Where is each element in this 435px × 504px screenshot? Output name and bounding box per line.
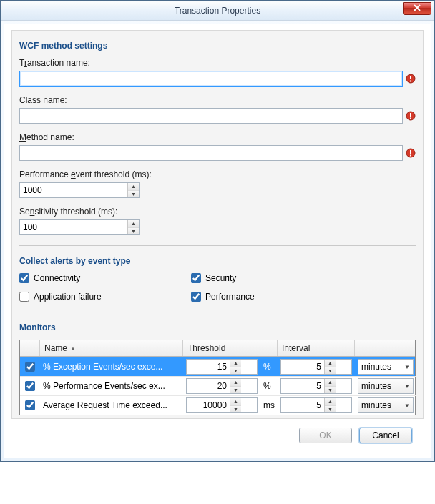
row-interval-unit-combo[interactable]: minutes▼ bbox=[358, 359, 414, 375]
row-interval-unit-combo[interactable]: minutes▼ bbox=[358, 378, 414, 394]
row-check-input[interactable] bbox=[25, 362, 35, 372]
spin-down-icon[interactable]: ▼ bbox=[128, 228, 139, 235]
row-interval-input[interactable] bbox=[281, 398, 324, 412]
row-interval-spinner[interactable]: ▲▼ bbox=[280, 359, 352, 375]
col-interval-unit bbox=[355, 340, 416, 356]
transaction-name-label: Transaction name: bbox=[19, 58, 416, 68]
spin-down-icon[interactable]: ▼ bbox=[230, 367, 241, 375]
row-threshold-spinner[interactable]: ▲▼ bbox=[186, 378, 258, 394]
method-name-input[interactable] bbox=[19, 145, 403, 161]
spin-down-icon[interactable]: ▼ bbox=[128, 191, 139, 198]
error-icon bbox=[406, 74, 416, 84]
spin-down-icon[interactable]: ▼ bbox=[230, 387, 241, 394]
table-row[interactable]: % Performance Events/sec ex...▲▼%▲▼minut… bbox=[20, 376, 415, 395]
spin-up-icon[interactable]: ▲ bbox=[128, 220, 139, 228]
perf-threshold-label: Performance event threshold (ms): bbox=[19, 169, 416, 179]
spin-down-icon[interactable]: ▼ bbox=[325, 406, 336, 413]
spin-up-icon[interactable]: ▲ bbox=[128, 183, 139, 191]
form-panel: WCF method settings Transaction name: Cl… bbox=[11, 30, 424, 419]
security-check-input[interactable] bbox=[191, 273, 201, 283]
row-threshold-unit: % bbox=[260, 357, 278, 376]
row-check-input[interactable] bbox=[25, 381, 35, 391]
row-interval-unit-cell: minutes▼ bbox=[355, 357, 416, 376]
col-threshold[interactable]: Threshold bbox=[183, 340, 260, 356]
spin-down-icon[interactable]: ▼ bbox=[325, 387, 336, 394]
dialog-buttons: OK Cancel bbox=[11, 419, 424, 450]
class-name-input[interactable] bbox=[19, 108, 403, 124]
row-interval-unit-cell: minutes▼ bbox=[355, 395, 416, 415]
performance-check-input[interactable] bbox=[191, 292, 201, 302]
monitors-header-row: Name▲ Threshold Interval bbox=[20, 340, 415, 357]
table-row[interactable]: % Exception Events/sec exce...▲▼%▲▼minut… bbox=[20, 357, 415, 376]
app-failure-checkbox[interactable]: Application failure bbox=[19, 292, 191, 302]
row-check-input[interactable] bbox=[25, 400, 35, 410]
spinner-buttons[interactable]: ▲▼ bbox=[324, 379, 336, 393]
ok-button[interactable]: OK bbox=[299, 428, 352, 443]
security-checkbox[interactable]: Security bbox=[191, 273, 416, 283]
col-name[interactable]: Name▲ bbox=[40, 340, 183, 356]
row-interval-input[interactable] bbox=[281, 360, 324, 374]
sens-threshold-input[interactable] bbox=[20, 220, 127, 234]
spin-up-icon[interactable]: ▲ bbox=[325, 360, 336, 367]
row-check-cell[interactable] bbox=[20, 357, 40, 376]
connectivity-check-input[interactable] bbox=[19, 273, 29, 283]
section-alerts-title: Collect alerts by event type bbox=[19, 256, 416, 266]
close-button[interactable] bbox=[403, 2, 431, 15]
row-threshold-unit: ms bbox=[260, 395, 278, 415]
titlebar: Transaction Properties bbox=[1, 1, 434, 21]
spinner-buttons[interactable]: ▲▼ bbox=[230, 360, 241, 374]
cancel-button[interactable]: Cancel bbox=[359, 428, 412, 443]
row-threshold-cell: ▲▼ bbox=[183, 395, 260, 415]
svg-rect-2 bbox=[410, 81, 411, 82]
row-check-cell[interactable] bbox=[20, 376, 40, 395]
col-interval[interactable]: Interval bbox=[278, 340, 355, 356]
row-threshold-input[interactable] bbox=[187, 398, 230, 412]
alerts-grid: Connectivity Security Application failur… bbox=[19, 273, 416, 302]
spinner-buttons[interactable]: ▲▼ bbox=[127, 183, 139, 197]
perf-threshold-input[interactable] bbox=[20, 183, 127, 197]
col-check[interactable] bbox=[20, 340, 40, 356]
spinner-buttons[interactable]: ▲▼ bbox=[324, 398, 336, 412]
row-check-cell[interactable] bbox=[20, 395, 40, 415]
connectivity-checkbox[interactable]: Connectivity bbox=[19, 273, 191, 283]
sens-threshold-spinner[interactable]: ▲▼ bbox=[19, 219, 140, 235]
sens-threshold-label: Sensitivity threshold (ms): bbox=[19, 207, 416, 217]
chevron-down-icon: ▼ bbox=[404, 383, 410, 390]
combo-value: minutes bbox=[361, 400, 391, 410]
perf-threshold-spinner[interactable]: ▲▼ bbox=[19, 182, 140, 198]
row-threshold-cell: ▲▼ bbox=[183, 376, 260, 395]
combo-value: minutes bbox=[361, 362, 391, 372]
spinner-buttons[interactable]: ▲▼ bbox=[230, 398, 241, 412]
spin-down-icon[interactable]: ▼ bbox=[325, 367, 336, 375]
spinner-buttons[interactable]: ▲▼ bbox=[127, 220, 139, 234]
window-title: Transaction Properties bbox=[175, 6, 260, 16]
row-threshold-input[interactable] bbox=[187, 360, 230, 374]
spin-up-icon[interactable]: ▲ bbox=[325, 379, 336, 387]
transaction-name-input[interactable] bbox=[19, 71, 403, 87]
svg-rect-5 bbox=[410, 118, 411, 119]
chevron-down-icon: ▼ bbox=[404, 402, 410, 409]
app-failure-check-input[interactable] bbox=[19, 292, 29, 302]
spinner-buttons[interactable]: ▲▼ bbox=[230, 379, 241, 393]
error-icon bbox=[406, 148, 416, 158]
row-name: % Performance Events/sec ex... bbox=[40, 376, 183, 395]
row-interval-input[interactable] bbox=[281, 379, 324, 393]
spin-down-icon[interactable]: ▼ bbox=[230, 406, 241, 413]
row-interval-spinner[interactable]: ▲▼ bbox=[280, 378, 352, 394]
spin-up-icon[interactable]: ▲ bbox=[325, 398, 336, 406]
row-threshold-spinner[interactable]: ▲▼ bbox=[186, 359, 258, 375]
row-interval-cell: ▲▼ bbox=[278, 376, 355, 395]
col-unit bbox=[260, 340, 278, 356]
spin-up-icon[interactable]: ▲ bbox=[230, 398, 241, 406]
row-interval-spinner[interactable]: ▲▼ bbox=[280, 397, 352, 413]
row-interval-cell: ▲▼ bbox=[278, 357, 355, 376]
performance-checkbox[interactable]: Performance bbox=[191, 292, 416, 302]
row-threshold-spinner[interactable]: ▲▼ bbox=[186, 397, 258, 413]
table-row[interactable]: Average Request Time exceed...▲▼ms▲▼minu… bbox=[20, 395, 415, 415]
spinner-buttons[interactable]: ▲▼ bbox=[324, 360, 336, 374]
row-interval-unit-cell: minutes▼ bbox=[355, 376, 416, 395]
row-threshold-input[interactable] bbox=[187, 379, 230, 393]
spin-up-icon[interactable]: ▲ bbox=[230, 360, 241, 367]
spin-up-icon[interactable]: ▲ bbox=[230, 379, 241, 387]
row-interval-unit-combo[interactable]: minutes▼ bbox=[358, 397, 414, 413]
